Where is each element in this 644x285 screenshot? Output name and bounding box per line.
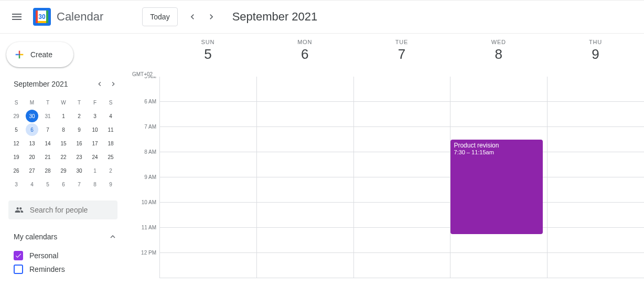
mini-day-cell[interactable]: 12 — [8, 136, 24, 150]
hour-cell[interactable] — [257, 152, 353, 177]
mini-day-cell[interactable]: 1 — [87, 164, 103, 177]
hour-cell[interactable] — [160, 152, 256, 177]
hour-cell[interactable] — [257, 228, 353, 253]
day-header[interactable]: MON6 — [256, 34, 353, 77]
hour-cell[interactable] — [450, 253, 547, 278]
hour-cell[interactable] — [548, 253, 644, 278]
mini-day-cell[interactable]: 5 — [8, 123, 24, 136]
mini-day-cell[interactable]: 17 — [87, 136, 103, 150]
hour-cell[interactable] — [450, 102, 547, 127]
mini-day-cell[interactable]: 15 — [56, 136, 71, 150]
hour-cell[interactable] — [548, 102, 644, 127]
hour-cell[interactable] — [160, 127, 256, 152]
hour-cell[interactable] — [354, 177, 450, 203]
hour-cell[interactable] — [354, 102, 450, 127]
hour-cell[interactable] — [160, 77, 256, 102]
mini-day-cell[interactable]: 30 — [71, 164, 87, 177]
mini-day-cell[interactable]: 8 — [56, 123, 71, 136]
hour-cell[interactable] — [548, 203, 644, 228]
calendar-item[interactable]: Reminders — [6, 262, 120, 276]
hour-cell[interactable] — [354, 203, 450, 228]
prev-period-button[interactable] — [184, 8, 201, 25]
mini-day-cell[interactable]: 29 — [8, 109, 24, 123]
my-calendars-toggle[interactable]: My calendars — [6, 229, 120, 246]
calendar-event[interactable]: Product revision7:30 – 11:15am — [450, 140, 543, 234]
hour-cell[interactable] — [257, 253, 353, 278]
hour-cell[interactable] — [354, 77, 450, 102]
mini-day-cell[interactable]: 19 — [8, 150, 24, 164]
mini-day-cell[interactable]: 23 — [71, 150, 87, 164]
mini-day-cell[interactable]: 4 — [24, 177, 40, 191]
mini-day-cell[interactable]: 3 — [8, 177, 24, 191]
create-button[interactable]: Create — [6, 42, 73, 67]
mini-day-cell[interactable]: 21 — [40, 150, 56, 164]
mini-day-cell[interactable]: 7 — [71, 177, 87, 191]
day-column[interactable] — [159, 77, 256, 278]
mini-day-cell[interactable]: 28 — [40, 164, 56, 177]
mini-day-cell[interactable]: 7 — [40, 123, 56, 136]
mini-day-cell[interactable]: 8 — [87, 177, 103, 191]
mini-day-cell[interactable]: 5 — [40, 177, 56, 191]
hour-cell[interactable] — [548, 228, 644, 253]
hour-cell[interactable] — [354, 127, 450, 152]
mini-day-cell[interactable]: 13 — [24, 136, 40, 150]
calendar-checkbox[interactable] — [14, 265, 23, 274]
mini-next-month-button[interactable] — [107, 78, 120, 90]
hour-cell[interactable] — [354, 152, 450, 177]
mini-day-cell[interactable]: 2 — [103, 164, 119, 177]
mini-day-cell[interactable]: 26 — [8, 164, 24, 177]
mini-day-cell[interactable]: 31 — [40, 109, 56, 123]
today-button[interactable]: Today — [142, 7, 177, 26]
mini-day-cell[interactable]: 22 — [56, 150, 71, 164]
hour-cell[interactable] — [257, 203, 353, 228]
grid-body[interactable]: 5 AM6 AM7 AM8 AM9 AM10 AM11 AM12 PM Prod… — [130, 77, 644, 285]
hour-cell[interactable] — [354, 253, 450, 278]
hour-cell[interactable] — [160, 177, 256, 203]
hour-cell[interactable] — [160, 203, 256, 228]
hour-cell[interactable] — [257, 177, 353, 203]
hour-cell[interactable] — [257, 77, 353, 102]
day-column[interactable] — [353, 77, 450, 278]
search-people-input[interactable] — [30, 206, 111, 214]
mini-day-cell[interactable]: 1 — [56, 109, 71, 123]
hour-cell[interactable] — [548, 77, 644, 102]
mini-day-cell[interactable]: 29 — [56, 164, 71, 177]
day-column[interactable] — [256, 77, 353, 278]
next-period-button[interactable] — [203, 8, 220, 25]
mini-day-cell[interactable]: 9 — [103, 177, 119, 191]
search-people-field[interactable] — [8, 200, 117, 219]
mini-day-cell[interactable]: 10 — [87, 123, 103, 136]
mini-prev-month-button[interactable] — [93, 78, 106, 90]
hour-cell[interactable] — [548, 152, 644, 177]
hour-cell[interactable] — [160, 228, 256, 253]
mini-day-cell[interactable]: 6 — [24, 123, 40, 136]
day-header[interactable]: SUN5 — [159, 34, 256, 77]
calendar-checkbox[interactable] — [14, 251, 23, 260]
mini-day-cell[interactable]: 11 — [103, 123, 119, 136]
mini-day-cell[interactable]: 16 — [71, 136, 87, 150]
main-menu-button[interactable] — [4, 4, 29, 29]
hour-cell[interactable] — [257, 102, 353, 127]
mini-day-cell[interactable]: 24 — [87, 150, 103, 164]
mini-day-cell[interactable]: 3 — [87, 109, 103, 123]
mini-day-cell[interactable]: 6 — [56, 177, 71, 191]
mini-day-cell[interactable]: 2 — [71, 109, 87, 123]
day-column[interactable]: Product revision7:30 – 11:15am — [450, 77, 547, 278]
mini-day-cell[interactable]: 9 — [71, 123, 87, 136]
mini-day-cell[interactable]: 4 — [103, 109, 119, 123]
hour-cell[interactable] — [548, 177, 644, 203]
hour-cell[interactable] — [257, 127, 353, 152]
hour-cell[interactable] — [160, 253, 256, 278]
mini-day-cell[interactable]: 27 — [24, 164, 40, 177]
calendar-item[interactable]: Personal — [6, 249, 120, 262]
day-header[interactable]: WED8 — [450, 34, 547, 77]
hour-cell[interactable] — [160, 102, 256, 127]
mini-day-cell[interactable]: 18 — [103, 136, 119, 150]
day-column[interactable] — [547, 77, 644, 278]
hour-cell[interactable] — [354, 228, 450, 253]
hour-cell[interactable] — [450, 77, 547, 102]
mini-day-cell[interactable]: 20 — [24, 150, 40, 164]
day-header[interactable]: THU9 — [547, 34, 644, 77]
mini-day-cell[interactable]: 25 — [103, 150, 119, 164]
hour-cell[interactable] — [548, 127, 644, 152]
